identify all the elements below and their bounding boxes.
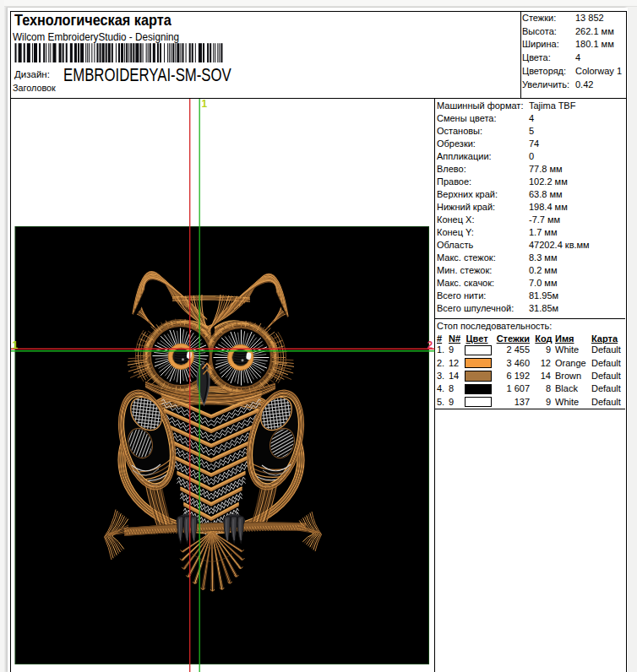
- svg-text:1: 1: [13, 339, 19, 351]
- svg-text:1: 1: [202, 98, 208, 110]
- svg-text:2: 2: [427, 339, 433, 351]
